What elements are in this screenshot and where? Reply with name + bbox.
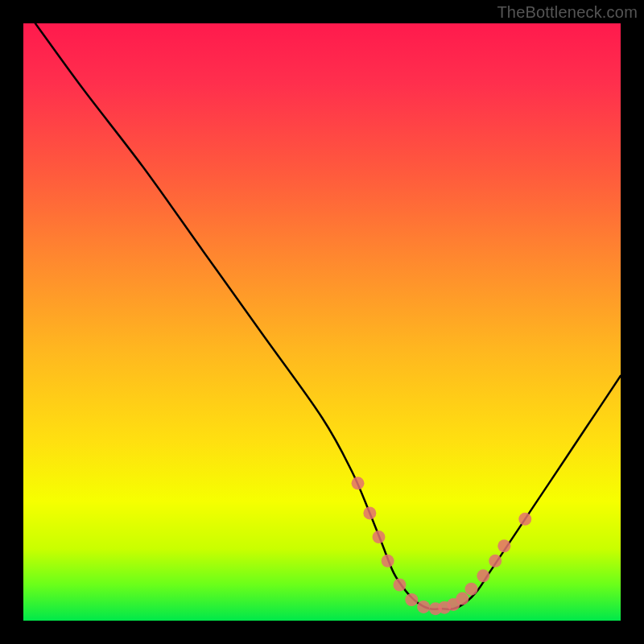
highlight-dot bbox=[352, 477, 365, 489]
highlight-dot bbox=[477, 569, 489, 582]
chart-frame: TheBottleneck.com bbox=[0, 0, 644, 644]
highlight-dot bbox=[497, 539, 510, 552]
highlight-dot bbox=[489, 555, 502, 568]
highlight-dot bbox=[456, 592, 469, 605]
highlight-dot bbox=[363, 506, 376, 519]
highlight-dot bbox=[518, 513, 531, 526]
plot-area bbox=[23, 23, 621, 621]
highlight-dot bbox=[405, 593, 418, 606]
highlight-dots bbox=[352, 477, 532, 615]
attribution-label: TheBottleneck.com bbox=[497, 3, 638, 22]
highlight-dot bbox=[382, 555, 394, 568]
highlight-dot bbox=[465, 583, 478, 596]
highlight-dot bbox=[393, 578, 406, 591]
highlight-dot bbox=[417, 601, 430, 613]
chart-svg bbox=[23, 23, 621, 621]
highlight-dot bbox=[372, 530, 385, 543]
curve-line bbox=[35, 23, 621, 609]
